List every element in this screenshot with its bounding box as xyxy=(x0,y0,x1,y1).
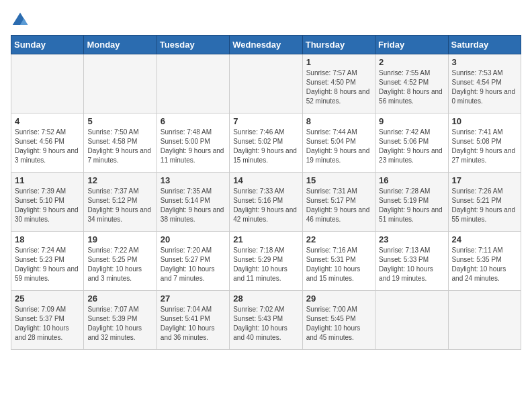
calendar-cell: 17Sunrise: 7:26 AM Sunset: 5:21 PM Dayli… xyxy=(448,173,521,232)
week-row-1: 1Sunrise: 7:57 AM Sunset: 4:50 PM Daylig… xyxy=(11,54,521,113)
day-number: 17 xyxy=(452,175,517,185)
day-number: 16 xyxy=(379,175,444,185)
header-cell-tuesday: Tuesday xyxy=(157,36,229,54)
calendar-cell: 15Sunrise: 7:31 AM Sunset: 5:17 PM Dayli… xyxy=(302,173,375,232)
cell-content: Sunrise: 7:09 AM Sunset: 5:37 PM Dayligh… xyxy=(15,305,80,342)
day-number: 14 xyxy=(233,175,298,185)
day-number: 7 xyxy=(233,116,298,126)
day-number: 27 xyxy=(161,293,226,304)
calendar-table: SundayMondayTuesdayWednesdayThursdayFrid… xyxy=(11,35,521,350)
day-number: 3 xyxy=(452,57,517,67)
header-cell-sunday: Sunday xyxy=(11,36,84,54)
calendar-cell: 7Sunrise: 7:46 AM Sunset: 5:02 PM Daylig… xyxy=(230,113,302,173)
day-number: 21 xyxy=(233,234,298,244)
header-cell-friday: Friday xyxy=(375,36,448,54)
day-number: 20 xyxy=(161,234,226,244)
cell-content: Sunrise: 7:50 AM Sunset: 4:58 PM Dayligh… xyxy=(87,128,152,165)
calendar-cell: 6Sunrise: 7:48 AM Sunset: 5:00 PM Daylig… xyxy=(157,113,229,173)
cell-content: Sunrise: 7:04 AM Sunset: 5:41 PM Dayligh… xyxy=(161,305,226,342)
cell-content: Sunrise: 7:44 AM Sunset: 5:04 PM Dayligh… xyxy=(306,128,371,165)
day-number: 22 xyxy=(306,234,371,244)
cell-content: Sunrise: 7:39 AM Sunset: 5:10 PM Dayligh… xyxy=(15,187,80,224)
calendar-cell: 21Sunrise: 7:18 AM Sunset: 5:29 PM Dayli… xyxy=(230,232,302,291)
day-number: 13 xyxy=(161,175,226,185)
header-cell-saturday: Saturday xyxy=(448,36,521,54)
calendar-cell: 11Sunrise: 7:39 AM Sunset: 5:10 PM Dayli… xyxy=(11,173,84,232)
header-cell-thursday: Thursday xyxy=(302,36,375,54)
week-row-5: 25Sunrise: 7:09 AM Sunset: 5:37 PM Dayli… xyxy=(11,291,521,350)
cell-content: Sunrise: 7:02 AM Sunset: 5:43 PM Dayligh… xyxy=(233,305,298,342)
cell-content: Sunrise: 7:33 AM Sunset: 5:16 PM Dayligh… xyxy=(233,187,298,224)
logo-icon xyxy=(11,11,30,30)
calendar-cell: 24Sunrise: 7:11 AM Sunset: 5:35 PM Dayli… xyxy=(448,232,521,291)
day-number: 25 xyxy=(15,293,80,304)
calendar-cell: 22Sunrise: 7:16 AM Sunset: 5:31 PM Dayli… xyxy=(302,232,375,291)
day-number: 2 xyxy=(379,57,444,67)
calendar-cell: 20Sunrise: 7:20 AM Sunset: 5:27 PM Dayli… xyxy=(157,232,229,291)
day-number: 10 xyxy=(452,116,517,126)
week-row-3: 11Sunrise: 7:39 AM Sunset: 5:10 PM Dayli… xyxy=(11,173,521,232)
calendar-cell: 1Sunrise: 7:57 AM Sunset: 4:50 PM Daylig… xyxy=(302,54,375,113)
day-number: 4 xyxy=(15,116,80,126)
calendar-cell: 29Sunrise: 7:00 AM Sunset: 5:45 PM Dayli… xyxy=(302,291,375,350)
day-number: 12 xyxy=(87,175,152,185)
cell-content: Sunrise: 7:11 AM Sunset: 5:35 PM Dayligh… xyxy=(452,246,517,283)
day-number: 18 xyxy=(15,234,80,244)
calendar-cell: 10Sunrise: 7:41 AM Sunset: 5:08 PM Dayli… xyxy=(448,113,521,173)
calendar-cell xyxy=(375,291,448,350)
cell-content: Sunrise: 7:41 AM Sunset: 5:08 PM Dayligh… xyxy=(452,128,517,165)
calendar-cell: 28Sunrise: 7:02 AM Sunset: 5:43 PM Dayli… xyxy=(230,291,302,350)
calendar-cell: 5Sunrise: 7:50 AM Sunset: 4:58 PM Daylig… xyxy=(84,113,157,173)
day-number: 5 xyxy=(87,116,152,126)
calendar-cell: 25Sunrise: 7:09 AM Sunset: 5:37 PM Dayli… xyxy=(11,291,84,350)
calendar-cell: 16Sunrise: 7:28 AM Sunset: 5:19 PM Dayli… xyxy=(375,173,448,232)
calendar-cell: 19Sunrise: 7:22 AM Sunset: 5:25 PM Dayli… xyxy=(84,232,157,291)
week-row-4: 18Sunrise: 7:24 AM Sunset: 5:23 PM Dayli… xyxy=(11,232,521,291)
cell-content: Sunrise: 7:52 AM Sunset: 4:56 PM Dayligh… xyxy=(15,128,80,165)
calendar-cell: 12Sunrise: 7:37 AM Sunset: 5:12 PM Dayli… xyxy=(84,173,157,232)
cell-content: Sunrise: 7:37 AM Sunset: 5:12 PM Dayligh… xyxy=(87,187,152,224)
calendar-cell: 26Sunrise: 7:07 AM Sunset: 5:39 PM Dayli… xyxy=(84,291,157,350)
calendar-cell: 2Sunrise: 7:55 AM Sunset: 4:52 PM Daylig… xyxy=(375,54,448,113)
cell-content: Sunrise: 7:20 AM Sunset: 5:27 PM Dayligh… xyxy=(161,246,226,283)
day-number: 8 xyxy=(306,116,371,126)
cell-content: Sunrise: 7:48 AM Sunset: 5:00 PM Dayligh… xyxy=(161,128,226,165)
calendar-cell xyxy=(84,54,157,113)
calendar-cell: 8Sunrise: 7:44 AM Sunset: 5:04 PM Daylig… xyxy=(302,113,375,173)
cell-content: Sunrise: 7:13 AM Sunset: 5:33 PM Dayligh… xyxy=(379,246,444,283)
cell-content: Sunrise: 7:35 AM Sunset: 5:14 PM Dayligh… xyxy=(161,187,226,224)
day-number: 28 xyxy=(233,293,298,304)
cell-content: Sunrise: 7:42 AM Sunset: 5:06 PM Dayligh… xyxy=(379,128,444,165)
day-number: 11 xyxy=(15,175,80,185)
header-row: SundayMondayTuesdayWednesdayThursdayFrid… xyxy=(11,36,521,54)
cell-content: Sunrise: 7:07 AM Sunset: 5:39 PM Dayligh… xyxy=(87,305,152,342)
day-number: 26 xyxy=(87,293,152,304)
day-number: 6 xyxy=(161,116,226,126)
cell-content: Sunrise: 7:46 AM Sunset: 5:02 PM Dayligh… xyxy=(233,128,298,165)
cell-content: Sunrise: 7:26 AM Sunset: 5:21 PM Dayligh… xyxy=(452,187,517,224)
calendar-cell xyxy=(448,291,521,350)
calendar-cell: 13Sunrise: 7:35 AM Sunset: 5:14 PM Dayli… xyxy=(157,173,229,232)
calendar-cell: 14Sunrise: 7:33 AM Sunset: 5:16 PM Dayli… xyxy=(230,173,302,232)
day-number: 9 xyxy=(379,116,444,126)
day-number: 23 xyxy=(379,234,444,244)
cell-content: Sunrise: 7:24 AM Sunset: 5:23 PM Dayligh… xyxy=(15,246,80,283)
header xyxy=(11,11,521,30)
calendar-cell xyxy=(157,54,229,113)
calendar-cell: 18Sunrise: 7:24 AM Sunset: 5:23 PM Dayli… xyxy=(11,232,84,291)
cell-content: Sunrise: 7:53 AM Sunset: 4:54 PM Dayligh… xyxy=(452,68,517,106)
day-number: 1 xyxy=(306,57,371,67)
day-number: 19 xyxy=(87,234,152,244)
cell-content: Sunrise: 7:22 AM Sunset: 5:25 PM Dayligh… xyxy=(87,246,152,283)
calendar-cell: 23Sunrise: 7:13 AM Sunset: 5:33 PM Dayli… xyxy=(375,232,448,291)
cell-content: Sunrise: 7:31 AM Sunset: 5:17 PM Dayligh… xyxy=(306,187,371,224)
header-cell-monday: Monday xyxy=(84,36,157,54)
day-number: 24 xyxy=(452,234,517,244)
calendar-cell: 9Sunrise: 7:42 AM Sunset: 5:06 PM Daylig… xyxy=(375,113,448,173)
cell-content: Sunrise: 7:18 AM Sunset: 5:29 PM Dayligh… xyxy=(233,246,298,283)
day-number: 15 xyxy=(306,175,371,185)
calendar-cell: 4Sunrise: 7:52 AM Sunset: 4:56 PM Daylig… xyxy=(11,113,84,173)
calendar-cell: 27Sunrise: 7:04 AM Sunset: 5:41 PM Dayli… xyxy=(157,291,229,350)
calendar-cell xyxy=(11,54,84,113)
week-row-2: 4Sunrise: 7:52 AM Sunset: 4:56 PM Daylig… xyxy=(11,113,521,173)
